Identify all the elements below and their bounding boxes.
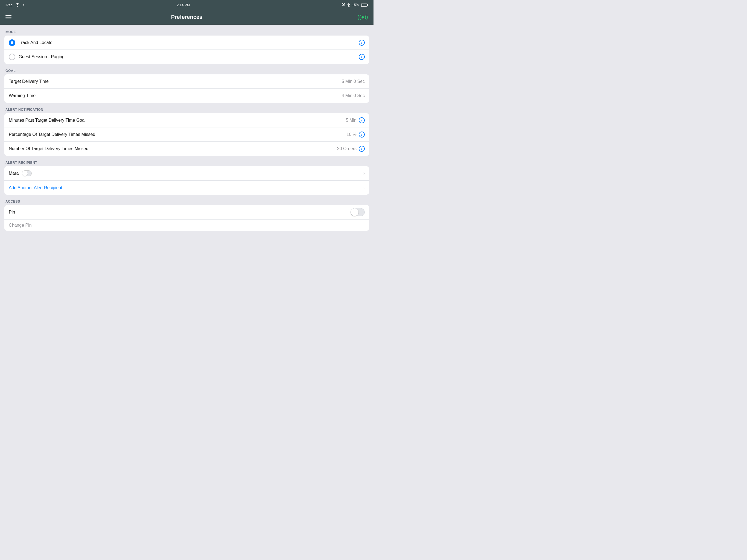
broadcast-button[interactable]: ((●)) [357,14,368,20]
content-area: MODE Track And Locate i Guest Session - … [0,25,374,236]
mode-track-and-locate-row[interactable]: Track And Locate i [4,35,369,50]
percentage-missed-value: 10 % [347,132,357,137]
target-delivery-time-label: Target Delivery Time [9,79,49,84]
percentage-missed-row[interactable]: Percentage Of Target Delivery Times Miss… [4,127,369,142]
number-missed-info-icon[interactable]: i [359,146,365,152]
pin-toggle[interactable] [351,208,365,216]
minutes-past-right: 5 Min i [346,117,365,123]
mode-track-info-icon[interactable]: i [359,40,365,46]
pin-right [351,208,365,216]
mode-guest-right: i [359,54,365,60]
percentage-missed-right: 10 % i [347,131,365,137]
minutes-past-row[interactable]: Minutes Past Target Delivery Time Goal 5… [4,113,369,127]
mode-guest-radio[interactable] [9,54,15,60]
mode-guest-label: Guest Session - Paging [19,54,65,59]
mode-track-label: Track And Locate [19,40,52,45]
number-missed-row[interactable]: Number Of Target Delivery Times Missed 2… [4,142,369,156]
minutes-past-info-icon[interactable]: i [359,117,365,123]
warning-time-label: Warning Time [9,93,35,98]
signal-icon: ✦ [22,3,25,7]
access-card: Pin Change Pin [4,205,369,231]
bluetooth-icon [347,3,350,7]
battery-icon [361,4,368,6]
mode-track-radio[interactable] [9,40,15,46]
menu-button[interactable] [5,15,11,19]
mara-toggle[interactable] [22,170,32,176]
mode-card: Track And Locate i Guest Session - Pagin… [4,35,369,64]
ipad-label: iPad [5,3,12,7]
change-pin-row[interactable]: Change Pin [4,219,369,231]
svg-point-1 [343,4,344,5]
mara-right: › [363,171,365,176]
status-right: 15% [342,3,368,7]
mode-guest-info-icon[interactable]: i [359,54,365,60]
mode-guest-session-row[interactable]: Guest Session - Paging i [4,50,369,64]
mode-track-right: i [359,40,365,46]
pin-row[interactable]: Pin [4,205,369,219]
mode-guest-label-left: Guest Session - Paging [9,54,65,60]
mara-toggle-thumb [22,171,28,176]
mara-left: Mara [9,170,32,176]
change-pin-label: Change Pin [9,223,32,228]
warning-time-value: 4 Min 0 Sec [342,93,365,98]
goal-card: Target Delivery Time 5 Min 0 Sec Warning… [4,74,369,103]
target-delivery-time-value: 5 Min 0 Sec [342,79,365,84]
status-time: 2:14 PM [177,3,190,7]
nav-bar: Preferences ((●)) [0,10,374,25]
status-left: iPad ✦ [5,3,25,7]
mode-track-radio-inner [11,41,14,44]
add-recipient-label: Add Another Alert Recipient [9,185,62,190]
mode-track-label-left: Track And Locate [9,40,52,46]
add-recipient-row[interactable]: Add Another Alert Recipient › [4,180,369,195]
minutes-past-value: 5 Min [346,118,357,123]
section-label-goal: GOAL [4,69,369,74]
target-delivery-time-row[interactable]: Target Delivery Time 5 Min 0 Sec [4,74,369,88]
mara-recipient-row[interactable]: Mara › [4,166,369,180]
battery-percent: 15% [352,3,359,7]
section-label-access: ACCESS [4,200,369,205]
percentage-missed-info-icon[interactable]: i [359,131,365,137]
location-icon [342,3,345,7]
warning-time-row[interactable]: Warning Time 4 Min 0 Sec [4,88,369,103]
status-bar: iPad ✦ 2:14 PM 15% [0,0,374,10]
mara-chevron-icon: › [363,171,365,176]
page-title: Preferences [171,14,203,20]
add-recipient-chevron-icon: › [363,185,365,190]
section-label-alert-recipient: ALERT RECIPIENT [4,161,369,166]
pin-toggle-thumb [351,208,358,216]
mara-name: Mara [9,171,19,176]
number-missed-label: Number Of Target Delivery Times Missed [9,146,88,151]
wifi-icon [15,3,20,6]
number-missed-value: 20 Orders [337,146,357,151]
alert-recipient-card: Mara › Add Another Alert Recipient › [4,166,369,195]
section-label-alert-notification: ALERT NOTIFICATION [4,108,369,113]
percentage-missed-label: Percentage Of Target Delivery Times Miss… [9,132,95,137]
pin-label: Pin [9,210,15,215]
section-label-mode: MODE [4,30,369,35]
number-missed-right: 20 Orders i [337,146,365,152]
minutes-past-label: Minutes Past Target Delivery Time Goal [9,118,85,123]
alert-notification-card: Minutes Past Target Delivery Time Goal 5… [4,113,369,156]
